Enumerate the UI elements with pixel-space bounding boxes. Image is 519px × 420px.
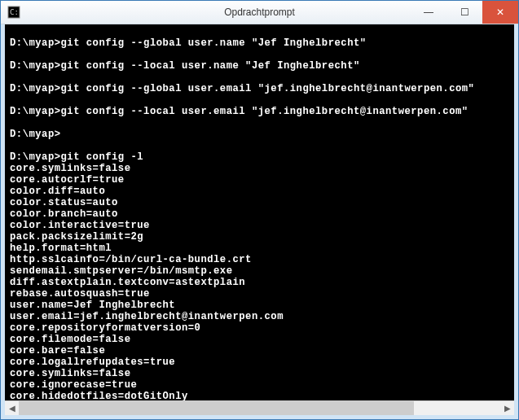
minimize-button[interactable]: —: [411, 1, 446, 24]
chevron-left-icon: ◀: [9, 404, 15, 413]
maximize-button[interactable]: ☐: [446, 1, 482, 24]
scroll-left-button[interactable]: ◀: [5, 401, 19, 415]
close-icon: ✕: [496, 7, 504, 18]
maximize-icon: ☐: [460, 7, 469, 18]
minimize-icon: —: [424, 7, 433, 18]
window-controls: — ☐ ✕: [411, 1, 518, 24]
scroll-right-button[interactable]: ▶: [500, 401, 514, 415]
chevron-right-icon: ▶: [504, 404, 511, 413]
scrollbar-thumb[interactable]: [19, 401, 414, 415]
command-prompt-window: C: Opdrachtprompt — ☐ ✕ D:\myap>git conf…: [0, 0, 519, 420]
horizontal-scrollbar[interactable]: ◀ ▶: [5, 400, 514, 415]
terminal-viewport[interactable]: D:\myap>git config --global user.name "J…: [5, 24, 514, 400]
close-button[interactable]: ✕: [482, 1, 518, 24]
svg-text:C:: C:: [10, 8, 19, 16]
app-icon: C:: [7, 6, 20, 19]
title-bar[interactable]: C: Opdrachtprompt — ☐ ✕: [1, 1, 518, 24]
scrollbar-track[interactable]: [19, 401, 500, 415]
terminal-output: D:\myap>git config --global user.name "J…: [5, 34, 514, 400]
